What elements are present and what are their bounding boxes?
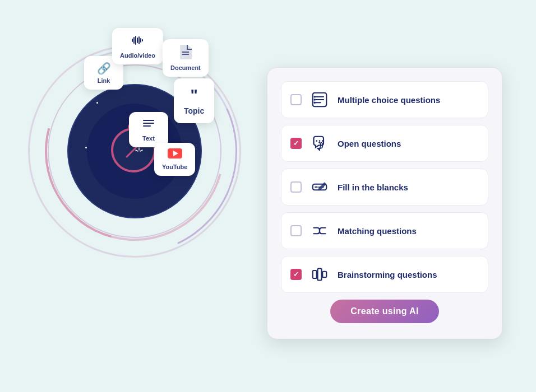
brainstorm-label: Brainstorming questions (338, 270, 437, 279)
open-label: Open questions (338, 139, 401, 148)
mcq-icon (309, 90, 330, 110)
svg-rect-38 (322, 272, 326, 278)
card-topic[interactable]: " Topic (174, 78, 214, 123)
svg-point-28 (314, 99, 316, 101)
card-document[interactable]: Document (163, 39, 209, 77)
card-document-label: Document (170, 64, 201, 71)
open-icon (309, 133, 330, 153)
svg-rect-14 (140, 38, 141, 43)
question-item-open: Open questions (281, 125, 488, 162)
fill-icon (309, 177, 330, 197)
card-youtube-label: YouTube (162, 164, 187, 170)
quote-icon: " (191, 86, 198, 104)
svg-rect-9 (132, 39, 133, 42)
checkbox-brainstorm[interactable] (290, 269, 302, 280)
create-ai-button[interactable]: Create using AI (330, 300, 438, 323)
svg-point-30 (316, 140, 317, 142)
mcq-label: Multiple choice questions (338, 95, 440, 105)
audio-icon (131, 34, 144, 50)
checkbox-fill[interactable] (290, 181, 302, 193)
svg-point-31 (319, 140, 321, 142)
svg-point-27 (314, 96, 316, 98)
document-icon (179, 45, 192, 62)
checkbox-matching[interactable] (290, 225, 302, 236)
svg-line-7 (136, 150, 138, 151)
svg-point-29 (314, 102, 316, 104)
svg-rect-12 (137, 38, 138, 43)
matching-icon (309, 221, 330, 241)
star (96, 102, 98, 104)
svg-rect-15 (142, 39, 143, 41)
background-circles (28, 45, 241, 258)
card-audio[interactable]: Audio/video (112, 28, 163, 64)
svg-rect-11 (135, 36, 136, 45)
question-item-mcq: Multiple choice questions (281, 81, 488, 118)
svg-rect-36 (313, 270, 317, 278)
svg-rect-10 (133, 37, 135, 44)
link-icon: 🔗 (97, 62, 111, 75)
svg-rect-37 (318, 269, 322, 281)
card-text[interactable]: Text (129, 112, 168, 147)
youtube-icon (168, 148, 182, 161)
question-item-matching: Matching questions (281, 212, 488, 249)
card-text-label: Text (142, 135, 155, 142)
checkbox-mcq[interactable] (290, 94, 302, 105)
question-item-brainstorm: Brainstorming questions (281, 256, 488, 293)
text-icon (142, 118, 155, 133)
card-topic-label: Topic (184, 106, 204, 115)
checkbox-open[interactable] (290, 138, 302, 149)
card-youtube[interactable]: YouTube (154, 143, 195, 176)
svg-point-32 (322, 140, 324, 142)
svg-line-0 (127, 147, 137, 157)
question-item-fill: Fill in the blancks (281, 169, 488, 206)
svg-line-8 (140, 150, 142, 151)
card-audio-label: Audio/video (120, 52, 155, 59)
card-link-label: Link (98, 77, 110, 84)
brainstorm-icon (309, 264, 330, 284)
fill-label: Fill in the blancks (338, 183, 408, 192)
question-panel: Multiple choice questions Open questions (267, 67, 502, 339)
matching-label: Matching questions (338, 226, 417, 236)
svg-rect-13 (138, 36, 140, 44)
